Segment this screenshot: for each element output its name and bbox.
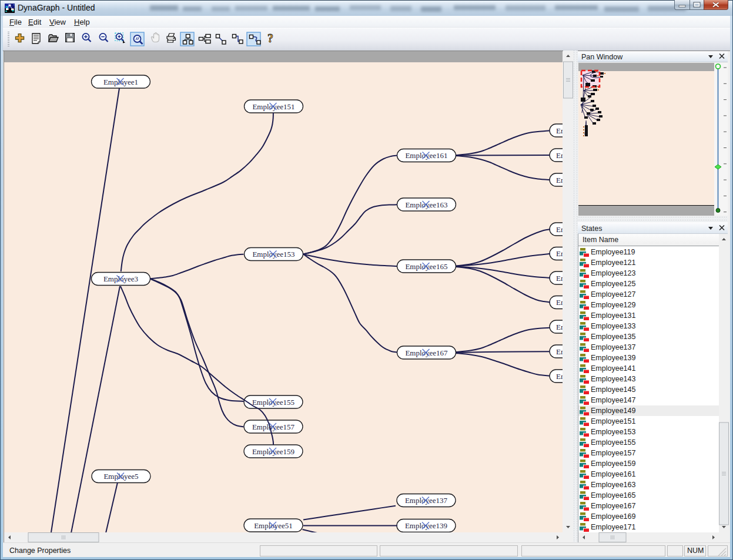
- svg-text:Employee1: Employee1: [103, 78, 138, 86]
- svg-text:Employee5: Employee5: [103, 472, 138, 481]
- svg-text:Employee: Employee: [556, 298, 563, 307]
- svg-text:?: ?: [267, 32, 273, 45]
- svg-text:Employee163: Employee163: [405, 200, 447, 209]
- svg-text:Employee: Employee: [556, 274, 563, 283]
- svg-text:Employee151: Employee151: [252, 102, 294, 111]
- svg-text:Employee137: Employee137: [405, 496, 448, 505]
- svg-text:Employee159: Employee159: [252, 447, 294, 456]
- svg-text:Employee: Employee: [556, 347, 563, 356]
- svg-text:Employee: Employee: [556, 126, 563, 135]
- svg-text:Employee3: Employee3: [103, 274, 138, 283]
- svg-text:Employee: Employee: [556, 372, 563, 381]
- svg-text:Employee139: Employee139: [405, 521, 447, 530]
- svg-text:Employee: Employee: [556, 225, 563, 234]
- svg-text:Employee157: Employee157: [252, 422, 295, 431]
- svg-text:Employee155: Employee155: [252, 398, 294, 407]
- svg-text:Employee165: Employee165: [405, 262, 447, 271]
- svg-text:Employee: Employee: [556, 151, 563, 160]
- svg-text:Employee153: Employee153: [252, 250, 294, 259]
- svg-text:Employee51: Employee51: [254, 521, 293, 530]
- svg-text:Employee: Employee: [556, 249, 563, 258]
- svg-text:Employee: Employee: [556, 323, 563, 331]
- svg-text:Employee: Employee: [556, 176, 563, 185]
- svg-text:Employee161: Employee161: [405, 151, 447, 160]
- svg-text:Employee167: Employee167: [405, 348, 448, 357]
